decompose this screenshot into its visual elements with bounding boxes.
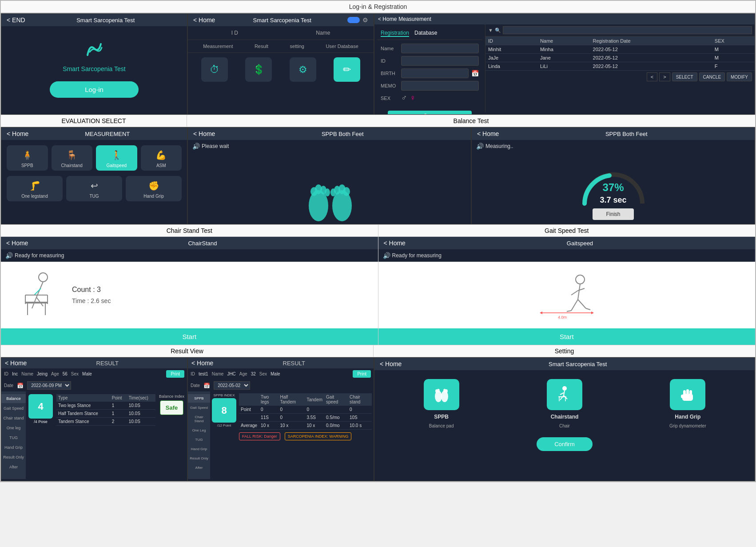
setting-back-arrow[interactable]: < Home [380,360,402,367]
section4-header-row: Result View Setting [0,345,756,357]
settings-gear-icon[interactable]: ⚙ [362,16,368,24]
nav-tug[interactable]: TUG [1,433,26,442]
cell-id: Minhit [485,45,537,54]
form-name-input[interactable] [401,44,479,53]
form-birth-input[interactable] [401,68,469,78]
eval-item-asm[interactable]: 💪 ASM [141,145,182,171]
db-back-arrow[interactable]: < Home [378,16,397,22]
chairstand-setting-icon-box[interactable] [547,379,582,410]
setting-icon-box[interactable]: ⚙ [290,57,316,82]
svg-line-41 [560,395,564,400]
eval-item-sppb[interactable]: 🧍 SPPB [7,145,48,171]
login-back-arrow[interactable]: < END [7,16,25,24]
form-id-input[interactable] [401,56,479,66]
chair-stand-inner: < Home ChairStand 🔊 Ready for measuring [1,237,378,262]
eval-item-chairstand[interactable]: 🪑 Chairstand [52,145,93,171]
col-name: Name [537,36,590,45]
confirm-button[interactable]: Confirm [537,437,593,451]
r1-date-select[interactable]: 2022-06-09 PM [27,381,71,390]
result-icon-box[interactable]: 💲 [245,57,272,82]
cs-back-arrow[interactable]: < Home [6,240,28,247]
nav-gait-speed[interactable]: Gait Speed [1,404,26,413]
eval-item-tug[interactable]: ↩ TUG [66,176,122,201]
save-button[interactable]: Save [388,111,472,115]
r2-back-arrow[interactable]: < Home [191,359,213,367]
eval-item-oneleg[interactable]: 🦵 One legstand [7,176,63,201]
r2-panel-title: RESULT [218,360,370,367]
db-search-input[interactable] [503,26,752,34]
r1-id-label: ID [4,371,8,376]
table-row[interactable]: JaJe Jane 2022-05-12 M [485,54,755,62]
login-button[interactable]: Log-in [50,81,139,98]
chairstand-setting-sublabel: Chair [559,423,570,428]
nav2-gait-speed[interactable]: Gait Speed [188,403,210,412]
eval-back-arrow[interactable]: < Home [7,130,28,137]
next-button[interactable]: > [659,72,670,81]
id-label: I D [231,30,238,36]
chair-start-button[interactable]: Start [1,328,378,345]
nav2-hand-grip[interactable]: Hand Grip [188,445,210,453]
tab-database[interactable]: Database [414,30,437,37]
nav-balance[interactable]: Balance [1,394,26,403]
table-row[interactable]: Minhit Minha 2022-05-12 M [485,45,755,54]
cancel-button[interactable]: CANCLE [699,72,725,81]
r1-print-button[interactable]: Print [166,370,184,378]
handgrip-setting-icon-box[interactable] [670,379,705,410]
nav2-one-leg[interactable]: One Leg [188,426,210,435]
gs-panel-title: Gaitspeed [410,240,750,247]
menu-user-database[interactable]: User Database [326,44,358,49]
finish-button[interactable]: Finish [593,208,633,220]
reg-back-arrow[interactable]: < Home [193,16,215,24]
select-button[interactable]: SELECT [672,72,697,81]
database-list: ▼ 🔍 ID Name Registration Date SEX [485,24,755,112]
cell-sex: M [712,45,755,54]
eval-item-handgrip[interactable]: ✊ Hand Grip [126,176,182,201]
female-icon[interactable]: ♀ [410,93,416,103]
r2-date-select[interactable]: 2022-05-02 [214,381,250,390]
eval-item-gaitspeed[interactable]: 🚶 Gaitspeed [96,145,137,171]
nav2-sppb[interactable]: SPPB [188,394,210,403]
cell-point: 1 [110,410,127,418]
tab-registration[interactable]: Registration [381,30,409,37]
menu-result[interactable]: Result [255,44,268,49]
col-two-legs: Two legs [259,393,278,406]
nav-after[interactable]: After [1,463,26,471]
male-icon[interactable]: ♂ [401,93,407,103]
login-panel: < END Smart Sarcopenia Test Smart Sarcop… [1,13,187,115]
user-db-icon-box[interactable]: ✏ [334,57,360,82]
nav2-tug[interactable]: TUG [188,435,210,444]
cell-id: JaJe [485,54,537,62]
prev-button[interactable]: < [647,72,657,81]
bw-back-arrow[interactable]: < Home [193,130,215,137]
gait-start-button[interactable]: Start [378,328,756,345]
filter-icon[interactable]: ▼ [488,28,493,33]
nav2-result-only[interactable]: Result Only [188,454,210,463]
calendar-icon[interactable]: 📅 [471,70,479,77]
sppb-setting-icon-box[interactable] [424,379,459,410]
gs-back-arrow[interactable]: < Home [384,240,406,247]
nav-hand-grip[interactable]: Hand Grip [1,443,26,452]
r1-sex-value: Male [82,371,92,376]
form-birth-label: BIRTH [381,71,398,76]
bluetooth-toggle[interactable] [347,17,360,23]
bm-back-arrow[interactable]: < Home [477,130,499,137]
form-memo-input[interactable] [401,81,479,91]
balance-wait-header: < Home SPPB Both Feet [188,128,471,140]
table-row[interactable]: Linda LiLi 2022-05-12 F [485,62,755,71]
gs-status-text: Ready for measuring [392,252,442,259]
nav2-after[interactable]: After [188,463,210,472]
nav-result-only[interactable]: Result Only [1,453,26,462]
nav-chair-stand[interactable]: Chair stand [1,414,26,423]
cell-type: Two legs Stance [56,402,110,410]
measurement-icon-box[interactable]: ⏱ [201,57,228,82]
r1-id-value: Inc [12,371,18,376]
nav-one-leg[interactable]: One leg [1,423,26,432]
menu-measurement[interactable]: Measurement [203,44,233,49]
menu-setting[interactable]: setting [290,44,304,49]
svg-rect-44 [558,396,566,397]
nav2-chair-stand[interactable]: Chair Stand [188,413,210,425]
r2-print-button[interactable]: Print [353,370,371,378]
modify-button[interactable]: MODIFY [727,72,752,81]
r1-back-arrow[interactable]: < Home [5,359,27,367]
sppb-score-sub: /12 Point [217,423,231,427]
